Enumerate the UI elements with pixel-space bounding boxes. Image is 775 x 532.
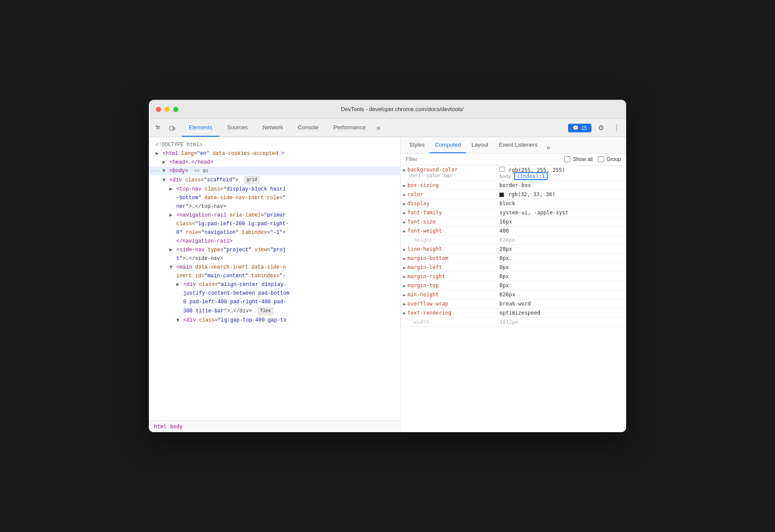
prop-row-text-rendering: ▶ text-rendering optimizespeed [401,309,626,318]
dom-line: 300 title-bar">…</div> flex [149,306,400,316]
tab-network[interactable]: Network [256,119,290,137]
dom-line: class="lg:pad-left-200 lg:pad-right- [149,220,400,228]
dom-line: ▶ <top-nav class="display-block hairl [149,185,400,194]
dom-panel: <!DOCTYPE html> ▶ <html lang="en" data-c… [149,137,401,432]
prop-toggle[interactable]: ▶ [403,256,406,261]
window-title: DevTools - developer.chrome.com/docs/dev… [185,106,619,112]
dom-line-body: ··· ▼ <body> == $0 [149,167,400,175]
dom-line: 0 pad-left-400 pad-right-400 pad- [149,298,400,306]
breadcrumb-body[interactable]: body [170,424,183,430]
prop-row-box-sizing: ▶ box-sizing border-box [401,181,626,190]
prop-toggle[interactable]: ▶ [403,274,406,279]
prop-toggle[interactable]: ▶ [403,192,406,197]
prop-toggle[interactable]: ▶ [403,167,406,172]
source-link[interactable]: (index):1 [514,172,548,180]
svg-rect-1 [174,128,175,130]
filter-input[interactable] [406,156,559,162]
svg-rect-0 [170,126,173,130]
prop-toggle[interactable]: ▶ [403,229,406,233]
devtools-tabs-list: Elements Sources Network Console Perform… [182,119,373,137]
dom-line: ▶ <navigation-rail aria-label="primar [149,211,400,220]
prop-toggle[interactable]: ▶ [403,210,406,215]
filter-row: Show all Group [401,154,626,165]
dom-line: inert id="main-content" tabindex="- [149,272,400,280]
dom-line: <!DOCTYPE html> [149,141,400,149]
dom-line: ▶ <head>…</head> [149,158,400,167]
prop-toggle[interactable]: ▶ [403,265,406,270]
devtools-window: DevTools - developer.chrome.com/docs/dev… [149,100,626,432]
dom-line: t">…</side-nav> [149,254,400,263]
prop-toggle[interactable]: ▶ [403,283,406,288]
dom-line: ▼ <main data-search-inert data-side-n [149,263,400,272]
tab-layout[interactable]: Layout [466,137,493,153]
tabs-overflow-button[interactable]: » [373,122,384,134]
inspector-icon[interactable] [152,122,164,134]
color-swatch [499,193,504,197]
settings-button[interactable]: ⚙ [595,122,607,134]
group-group: Group [598,156,621,162]
prop-row-line-height: ▶ line-height 28px [401,245,626,254]
traffic-lights [156,107,178,112]
dom-line: 0" role="navigation" tabindex="-1"> [149,228,400,237]
prop-toggle[interactable]: ▶ [403,302,406,306]
tab-event-listeners[interactable]: Event Listeners [493,137,543,153]
tab-computed[interactable]: Computed [430,137,466,153]
maximize-button[interactable] [173,107,178,112]
device-toggle-icon[interactable] [166,122,178,134]
tab-styles[interactable]: Styles [404,137,430,153]
group-label: Group [607,156,621,162]
dom-breadcrumb: html body [149,420,400,432]
prop-row-display: ▶ display block [401,199,626,208]
more-options-button[interactable]: ⋮ [611,122,623,134]
dom-line: </navigation-rail> [149,237,400,246]
dom-line: ▶ <side-nav type="project" view="proj [149,246,400,254]
prop-row-font-family: ▶ font-family system-ui, -apple-syst [401,208,626,217]
prop-row-font-weight: ▶ font-weight 400 [401,227,626,236]
dom-line: ner">…</top-nav> [149,202,400,211]
tab-elements[interactable]: Elements [182,119,219,137]
show-all-label: Show all [573,156,592,162]
computed-properties-list[interactable]: ▶ background-color var(--color-bg) rgb(2… [401,165,626,432]
issues-icon: 💬 [572,125,579,131]
tab-console[interactable]: Console [291,119,326,137]
tab-icon-group [152,122,178,134]
styles-tabs-overflow[interactable]: » [543,142,554,153]
dom-tree[interactable]: <!DOCTYPE html> ▶ <html lang="en" data-c… [149,137,400,420]
title-bar: DevTools - developer.chrome.com/docs/dev… [149,100,626,119]
prop-toggle[interactable]: ▶ [403,183,406,188]
devtools-body: <!DOCTYPE html> ▶ <html lang="en" data-c… [149,137,626,432]
dom-line: -bottom" data-side-nav-inert role=" [149,194,400,202]
group-checkbox[interactable] [598,156,604,162]
prop-toggle[interactable]: ▶ [403,292,406,297]
prop-row-color: ▶ color rgb(32, 33, 36) [401,190,626,199]
prop-toggle[interactable]: ▶ [403,220,406,224]
dom-line: ▼ <div class="lg:gap-top-400 gap-to [149,316,400,325]
prop-row-margin-left: ▶ margin-left 0px [401,263,626,272]
tab-sources[interactable]: Sources [220,119,255,137]
prop-toggle[interactable]: ▶ [403,201,406,206]
issues-badge[interactable]: 💬 15 [568,124,591,132]
styles-tab-bar: Styles Computed Layout Event Listeners » [401,137,626,154]
prop-checkbox[interactable] [499,167,505,172]
dom-line: justify-content-between pad-bottom [149,289,400,298]
breadcrumb-html[interactable]: html [154,424,167,430]
minimize-button[interactable] [164,107,170,112]
issues-count: 15 [581,125,587,131]
prop-toggle[interactable]: ▶ [403,247,406,252]
styles-panel: Styles Computed Layout Event Listeners » [401,137,626,432]
show-all-checkbox[interactable] [564,156,570,162]
dom-line: ▶ <html lang="en" data-cookies-accepted … [149,149,400,158]
devtools-tab-bar: Elements Sources Network Console Perform… [149,119,626,137]
devtools-toolbar-right: 💬 15 ⚙ ⋮ [568,122,623,134]
show-all-group: Show all [564,156,592,162]
prop-row-min-height: ▶ min-height 626px [401,290,626,299]
close-button[interactable] [156,107,161,112]
dom-line: ▶ <div class="align-center display- [149,280,400,289]
prop-toggle[interactable]: ▶ [403,311,406,315]
prop-row-width: width 1012px [401,318,626,327]
prop-row-margin-top: ▶ margin-top 0px [401,281,626,290]
prop-row-margin-bottom: ▶ margin-bottom 0px [401,254,626,263]
prop-row-background-color: ▶ background-color var(--color-bg) rgb(2… [401,165,626,181]
dom-line: ▼ <div class="scaffold"> grid [149,175,400,185]
tab-performance[interactable]: Performance [326,119,372,137]
